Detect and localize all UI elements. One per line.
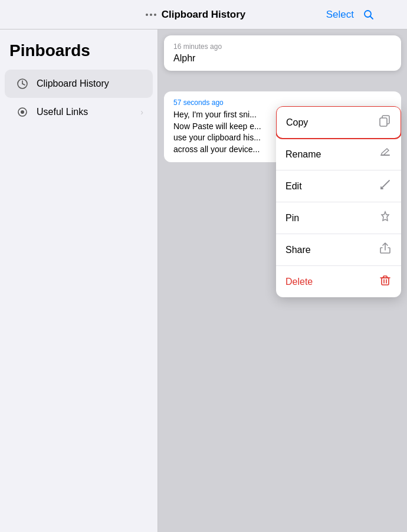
nav-dots-button[interactable] [142, 5, 160, 24]
clip-text-first: Alphr [173, 53, 392, 64]
svg-point-0 [146, 14, 148, 16]
share-label: Share [285, 245, 311, 255]
svg-point-1 [150, 14, 152, 16]
edit-label: Edit [285, 181, 302, 192]
edit-icon [379, 178, 392, 194]
delete-label: Delete [285, 277, 313, 287]
svg-point-9 [21, 110, 24, 114]
svg-rect-11 [380, 118, 387, 126]
rename-icon [379, 146, 392, 162]
clip-time-second: 57 seconds ago [173, 98, 392, 107]
sidebar-item-clipboard-history-label: Clipboard History [37, 78, 143, 89]
chevron-right-icon: › [140, 107, 143, 117]
context-menu-copy[interactable]: Copy [276, 106, 401, 139]
copy-icon [378, 114, 391, 130]
svg-point-2 [154, 14, 156, 16]
sidebar-item-clipboard-history[interactable]: Clipboard History [5, 70, 153, 98]
context-menu: Copy Rename [276, 106, 401, 297]
nav-bar: Clipboard History Select [0, 0, 407, 29]
share-icon [379, 242, 392, 258]
nav-search-button[interactable] [360, 6, 378, 24]
context-menu-delete[interactable]: Delete [276, 266, 401, 297]
copy-label: Copy [286, 117, 308, 128]
svg-line-13 [381, 180, 389, 189]
context-menu-edit[interactable]: Edit [276, 170, 401, 202]
content-area: 16 minutes ago Alphr 57 seconds ago Hey,… [158, 29, 407, 532]
sidebar-title: Pinboards [0, 41, 157, 70]
sidebar: Pinboards Clipboard History Useful Links… [0, 29, 158, 532]
context-menu-rename[interactable]: Rename [276, 139, 401, 170]
clip-card-first[interactable]: 16 minutes ago Alphr [164, 35, 401, 71]
context-menu-share[interactable]: Share [276, 234, 401, 266]
nav-select-button[interactable]: Select [326, 9, 354, 21]
pin-icon [379, 210, 392, 226]
delete-icon [379, 274, 392, 290]
sidebar-item-useful-links[interactable]: Useful Links › [5, 98, 153, 126]
sidebar-item-useful-links-label: Useful Links [37, 107, 140, 117]
svg-line-4 [370, 16, 373, 19]
app-container: Pinboards Clipboard History Useful Links… [0, 29, 407, 532]
svg-line-7 [22, 84, 25, 85]
clock-icon [14, 75, 31, 92]
clip-time-first: 16 minutes ago [173, 42, 392, 51]
pin-label: Pin [285, 213, 299, 224]
nav-title: Clipboard History [162, 9, 246, 21]
circle-icon [14, 104, 31, 120]
svg-rect-16 [382, 278, 389, 285]
rename-label: Rename [285, 149, 321, 160]
context-menu-pin[interactable]: Pin [276, 202, 401, 234]
